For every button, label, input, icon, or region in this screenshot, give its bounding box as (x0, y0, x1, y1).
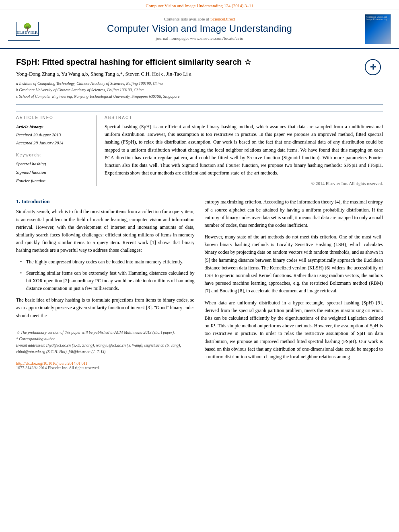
left-text-column: 1. Introduction Similarity search, which… (16, 198, 195, 370)
journal-info-bar: Computer Vision and Image Understanding … (0, 0, 399, 10)
sciencedirect-line: Contents lists available at ScienceDirec… (40, 16, 359, 21)
journal-homepage: journal homepage: www.elsevier.com/locat… (40, 36, 359, 41)
sciencedirect-link[interactable]: ScienceDirect (210, 16, 235, 21)
received-date: Received 29 August 2013 (16, 131, 90, 139)
intro-paragraph1: Similarity search, which is to find the … (16, 208, 195, 254)
journal-header: 🌳 ELSEVIER Contents lists available at S… (0, 10, 399, 49)
elsevier-name: ELSEVIER (16, 31, 38, 35)
right-paragraph3: When data are uniformly distributed in a… (205, 299, 383, 361)
abstract-label: ABSTRACT (105, 115, 383, 120)
journal-title: Computer Vision and Image Understanding (40, 23, 359, 34)
paper-title: FSpH: Fitted spectral hashing for effici… (16, 57, 355, 67)
authors-line: Yong-Dong Zhang a, Yu Wang a,b, Sheng Ta… (16, 71, 355, 77)
affiliations: a Institute of Computing Technology, Chi… (16, 80, 355, 100)
footnote-2: * Corresponding author. (16, 336, 195, 342)
bullet-list: The highly compressed binary codes can b… (20, 258, 195, 292)
article-info-label: ARTICLE INFO (16, 115, 90, 120)
elsevier-logo-area: 🌳 ELSEVIER (8, 18, 40, 41)
elsevier-logo-box: 🌳 ELSEVIER (16, 22, 39, 36)
right-text-column: entropy maximizing criterion. According … (205, 198, 383, 370)
intro-heading: 1. Introduction (16, 198, 195, 205)
footnote-emails: E-mail addresses: zhyd@ict.ac.cn (Y.-D. … (16, 342, 195, 355)
affiliation-a: a Institute of Computing Technology, Chi… (16, 80, 355, 87)
footnote-1: ☆ The preliminary version of this paper … (16, 329, 195, 336)
doi-link[interactable]: http://dx.doi.org/10.1016/j.cviu.2014.01… (16, 361, 195, 366)
cover-image-area: Computer Vision and Image Understanding (359, 14, 391, 44)
keyword-2: Sigmoid function (16, 168, 90, 177)
copyright-line: © 2014 Elsevier Inc. All rights reserved… (105, 181, 383, 186)
keyword-1: Spectral hashing (16, 160, 90, 168)
crossmark-area: ✛ (363, 57, 383, 75)
abstract-text: Spectral hashing (SpH) is an efficient a… (105, 123, 383, 177)
keywords-label: Keywords: (16, 153, 90, 157)
bullet-item-2: Searching similar items can be extremely… (20, 269, 195, 293)
keyword-3: Fourier function (16, 177, 90, 185)
keywords-list: Spectral hashing Sigmoid function Fourie… (16, 160, 90, 185)
right-paragraph2: However, many state-of-the-art methods d… (205, 233, 383, 295)
abstract-column: ABSTRACT Spectral hashing (SpH) is an ef… (105, 115, 383, 186)
doi-section: http://dx.doi.org/10.1016/j.cviu.2014.01… (16, 361, 195, 370)
introduction-section: 1. Introduction Similarity search, which… (16, 194, 383, 370)
footnotes: ☆ The preliminary version of this paper … (16, 326, 195, 355)
elsevier-tree-icon: 🌳 (23, 23, 32, 31)
accepted-date: Accepted 28 January 2014 (16, 139, 90, 147)
affiliation-b: b Graduate University of Chinese Academy… (16, 87, 355, 93)
history-label: Article history: (16, 123, 90, 131)
right-paragraph1: entropy maximizing criterion. According … (205, 198, 383, 229)
article-history: Article history: Received 29 August 2013… (16, 123, 90, 147)
two-col-layout: 1. Introduction Similarity search, which… (16, 198, 383, 370)
crossmark-icon: ✛ (365, 59, 381, 75)
journal-citation: Computer Vision and Image Understanding … (146, 3, 253, 8)
keywords-section: Keywords: Spectral hashing Sigmoid funct… (16, 153, 90, 185)
journal-center-content: Contents lists available at ScienceDirec… (40, 16, 359, 42)
title-section: FSpH: Fitted spectral hashing for effici… (16, 57, 383, 105)
cover-image: Computer Vision and Image Understanding (365, 14, 391, 44)
intro-paragraph2: The basic idea of binary hashing is to f… (16, 296, 195, 320)
bullet-item-1: The highly compressed binary codes can b… (20, 258, 195, 266)
paper-title-area: FSpH: Fitted spectral hashing for effici… (16, 57, 355, 100)
issn: 1077-3142/© 2014 Elsevier Inc. All right… (16, 366, 195, 370)
affiliation-c: c School of Computer Engineering, Nanyan… (16, 93, 355, 100)
paper-body: FSpH: Fitted spectral hashing for effici… (0, 49, 399, 378)
article-info-section: ARTICLE INFO Article history: Received 2… (16, 111, 383, 186)
left-info-column: ARTICLE INFO Article history: Received 2… (16, 115, 97, 186)
